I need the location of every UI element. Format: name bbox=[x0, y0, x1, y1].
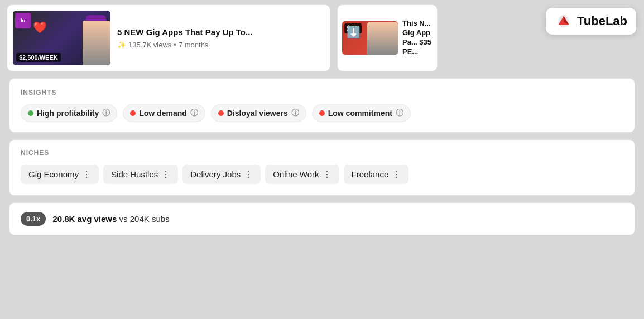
niche-tag-freelance[interactable]: Freelance ⋮ bbox=[344, 165, 409, 184]
dot-red-icon-1 bbox=[130, 110, 136, 116]
thumb-price-badge: $2,500/WEEK bbox=[16, 53, 61, 62]
badge-low-commitment[interactable]: Low commitment ⓘ bbox=[312, 104, 411, 122]
badge-label-0: High profitability bbox=[37, 109, 99, 118]
dot-green-icon bbox=[28, 110, 33, 116]
sparkle-icon: ✨ bbox=[117, 41, 126, 49]
tubelab-logo-overlay: TubeLab bbox=[546, 8, 636, 35]
niche-tag-online-work[interactable]: Online Work ⋮ bbox=[265, 165, 339, 184]
insights-badges: High profitability ⓘ Low demand ⓘ Disloy… bbox=[21, 104, 623, 122]
person-silhouette bbox=[367, 22, 398, 55]
video-views: 135.7K views bbox=[128, 41, 171, 49]
right-card-title: This N... Gig App Pa... $35 PE... bbox=[402, 19, 431, 56]
avg-views-text: 20.8K avg views bbox=[52, 214, 117, 224]
ratio-badge: 0.1x bbox=[21, 212, 46, 226]
video-section: lu ❤️ ➤ $2,500/WEEK 5 NEW Gig Apps That … bbox=[4, 4, 640, 71]
niches-section: NICHES Gig Economy ⋮ Side Hustles ⋮ Deli… bbox=[9, 139, 635, 196]
badge-high-profitability[interactable]: High profitability ⓘ bbox=[21, 104, 117, 122]
video-info-left: 5 NEW Gig Apps That Pay Up To... ✨ 135.7… bbox=[117, 27, 324, 50]
tubelab-text: TubeLab bbox=[577, 14, 627, 28]
video-thumbnail-left: lu ❤️ ➤ $2,500/WEEK bbox=[13, 11, 110, 65]
info-icon-2[interactable]: ⓘ bbox=[291, 108, 299, 118]
niche-dots-menu-4[interactable]: ⋮ bbox=[392, 169, 401, 180]
niche-tag-side-hustles[interactable]: Side Hustles ⋮ bbox=[103, 165, 178, 184]
video-title-left: 5 NEW Gig Apps That Pay Up To... bbox=[117, 27, 324, 38]
video-card-right-1[interactable]: $35 ⬇️ This N... Gig App Pa... $35 PE... bbox=[337, 4, 438, 71]
dot-red-icon-2 bbox=[218, 110, 224, 116]
badge-low-demand[interactable]: Low demand ⓘ bbox=[123, 104, 205, 122]
arrow-down-icon: ⬇️ bbox=[347, 26, 361, 39]
badge-label-2: Disloyal viewers bbox=[227, 109, 288, 118]
insights-panel: INSIGHTS High profitability ⓘ Low demand… bbox=[9, 78, 635, 133]
insights-label: INSIGHTS bbox=[21, 89, 623, 96]
stats-text: 20.8K avg views vs 204K subs bbox=[52, 214, 169, 224]
niche-tag-label-0: Gig Economy bbox=[28, 170, 79, 179]
niche-dots-menu-0[interactable]: ⋮ bbox=[82, 169, 91, 180]
thumb-small-1: $35 ⬇️ bbox=[342, 21, 398, 55]
niche-tag-gig-economy[interactable]: Gig Economy ⋮ bbox=[21, 165, 99, 184]
badge-disloyal-viewers[interactable]: Disloyal viewers ⓘ bbox=[211, 104, 306, 122]
badge-label-3: Low commitment bbox=[328, 109, 392, 118]
niche-tags: Gig Economy ⋮ Side Hustles ⋮ Delivery Jo… bbox=[21, 165, 623, 184]
info-icon-3[interactable]: ⓘ bbox=[396, 108, 403, 118]
video-card-left[interactable]: lu ❤️ ➤ $2,500/WEEK 5 NEW Gig Apps That … bbox=[7, 4, 330, 71]
niche-tag-delivery-jobs[interactable]: Delivery Jobs ⋮ bbox=[182, 165, 261, 184]
meta-dot: • bbox=[174, 41, 176, 49]
niches-label: NICHES bbox=[21, 149, 623, 157]
niche-dots-menu-1[interactable]: ⋮ bbox=[161, 169, 170, 180]
info-icon-1[interactable]: ⓘ bbox=[190, 108, 198, 118]
niche-dots-menu-3[interactable]: ⋮ bbox=[323, 169, 331, 180]
video-meta-left: ✨ 135.7K views • 7 months bbox=[117, 41, 324, 49]
vs-subs-text: vs 204K subs bbox=[119, 214, 170, 224]
dot-red-icon-3 bbox=[319, 110, 325, 116]
video-info-right-1: This N... Gig App Pa... $35 PE... bbox=[402, 19, 432, 57]
niche-tag-label-1: Side Hustles bbox=[111, 170, 158, 179]
thumb-logo: lu bbox=[15, 13, 31, 28]
page-container: TubeLab lu ❤️ ➤ $2,500/WEEK 5 NEW Gig Ap… bbox=[0, 0, 644, 319]
thumb-person bbox=[83, 21, 110, 65]
stats-panel: 0.1x 20.8K avg views vs 204K subs bbox=[9, 202, 635, 235]
niche-tag-label-3: Online Work bbox=[273, 170, 319, 179]
info-icon-0[interactable]: ⓘ bbox=[102, 108, 110, 118]
badge-label-1: Low demand bbox=[139, 109, 187, 118]
niche-tag-label-2: Delivery Jobs bbox=[190, 170, 241, 179]
thumb-heart-icon: ❤️ bbox=[33, 21, 47, 34]
main-content: INSIGHTS High profitability ⓘ Low demand… bbox=[4, 78, 640, 235]
tubelab-logo-icon bbox=[555, 12, 573, 30]
video-age: 7 months bbox=[179, 41, 208, 49]
niche-dots-menu-2[interactable]: ⋮ bbox=[244, 169, 253, 180]
niche-tag-label-4: Freelance bbox=[352, 170, 389, 179]
